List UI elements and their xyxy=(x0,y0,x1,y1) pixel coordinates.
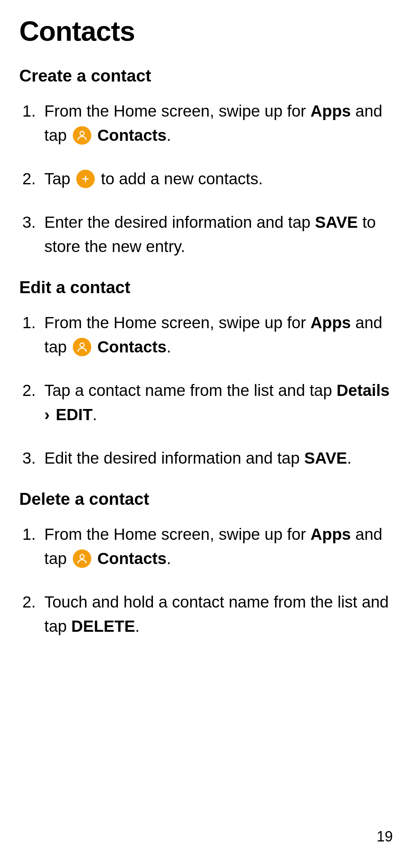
delete-steps: From the Home screen, swipe up for Apps … xyxy=(19,522,397,638)
text: . xyxy=(166,338,171,356)
apps-label: Apps xyxy=(310,102,351,120)
svg-point-4 xyxy=(80,554,84,559)
text: . xyxy=(166,549,171,568)
save-label: SAVE xyxy=(304,449,347,467)
text: Enter the desired information and tap xyxy=(44,213,315,231)
text: . xyxy=(92,406,97,424)
section-heading-create: Create a contact xyxy=(19,66,397,85)
create-step-3: Enter the desired information and tap SA… xyxy=(19,210,397,259)
create-steps: From the Home screen, swipe up for Apps … xyxy=(19,99,397,259)
text: Edit the desired information and tap xyxy=(44,449,304,467)
text: . xyxy=(347,449,352,467)
text: Tap a contact name from the list and tap xyxy=(44,381,337,399)
edit-step-2: Tap a contact name from the list and tap… xyxy=(19,378,397,427)
edit-label: EDIT xyxy=(56,406,93,424)
apps-label: Apps xyxy=(310,314,351,332)
details-label: Details xyxy=(337,381,390,399)
section-heading-edit: Edit a contact xyxy=(19,278,397,297)
edit-step-1: From the Home screen, swipe up for Apps … xyxy=(19,310,397,359)
text: to add a new contacts. xyxy=(96,170,263,188)
contacts-label: Contacts xyxy=(93,126,166,144)
contacts-icon xyxy=(73,549,91,568)
text: . xyxy=(135,617,140,635)
svg-point-0 xyxy=(80,131,84,135)
text: From the Home screen, swipe up for xyxy=(44,525,310,543)
delete-label: DELETE xyxy=(71,617,135,635)
plus-icon xyxy=(76,170,95,188)
apps-label: Apps xyxy=(310,525,351,543)
delete-step-2: Touch and hold a contact name from the l… xyxy=(19,590,397,638)
contacts-label: Contacts xyxy=(93,549,166,568)
text: Tap xyxy=(44,170,75,188)
delete-step-1: From the Home screen, swipe up for Apps … xyxy=(19,522,397,571)
create-step-1: From the Home screen, swipe up for Apps … xyxy=(19,99,397,147)
page-title: Contacts xyxy=(19,15,397,47)
page-number: 19 xyxy=(377,828,393,845)
save-label: SAVE xyxy=(315,213,358,231)
edit-step-3: Edit the desired information and tap SAV… xyxy=(19,446,397,470)
contacts-label: Contacts xyxy=(93,338,166,356)
contacts-icon xyxy=(73,126,91,145)
text: From the Home screen, swipe up for xyxy=(44,314,310,332)
text: From the Home screen, swipe up for xyxy=(44,102,310,120)
edit-steps: From the Home screen, swipe up for Apps … xyxy=(19,310,397,470)
contacts-icon xyxy=(73,338,91,356)
svg-point-3 xyxy=(80,343,84,347)
section-heading-delete: Delete a contact xyxy=(19,489,397,509)
text: . xyxy=(166,126,171,144)
chevron-icon: › xyxy=(44,406,54,424)
create-step-2: Tap to add a new contacts. xyxy=(19,167,397,191)
